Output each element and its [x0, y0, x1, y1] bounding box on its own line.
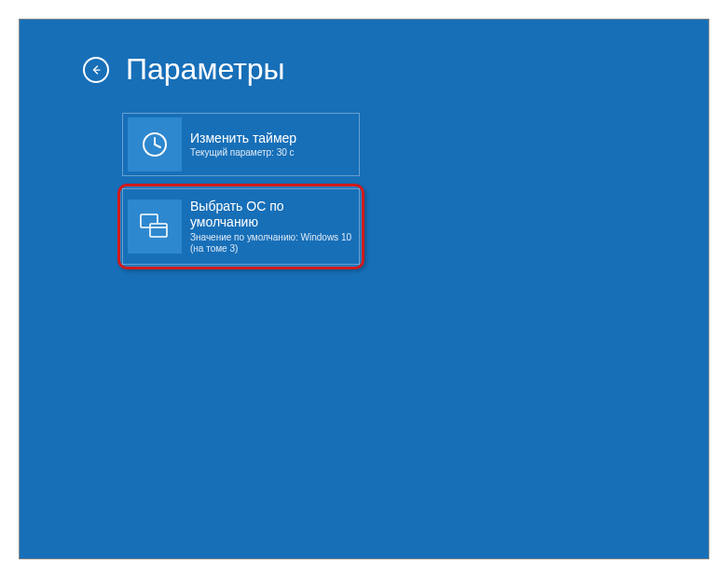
tile-title: Изменить таймер	[190, 131, 296, 146]
svg-line-3	[155, 144, 160, 147]
choose-default-os-tile[interactable]: Выбрать ОС по умолчанию Значение по умол…	[122, 188, 360, 265]
clock-icon	[128, 117, 182, 172]
boot-options-screen: Параметры Изменить таймер Текущий параме…	[19, 19, 709, 559]
back-arrow-icon	[90, 64, 102, 76]
back-button[interactable]	[83, 57, 109, 83]
tile-title: Выбрать ОС по умолчанию	[190, 199, 351, 230]
change-timer-tile[interactable]: Изменить таймер Текущий параметр: 30 с	[122, 113, 360, 176]
header: Параметры	[20, 20, 708, 87]
windows-icon	[128, 200, 182, 254]
tile-text: Выбрать ОС по умолчанию Значение по умол…	[186, 199, 359, 255]
tile-text: Изменить таймер Текущий параметр: 30 с	[186, 131, 304, 159]
tile-subtitle: Значение по умолчанию: Windows 10 (на то…	[190, 232, 351, 255]
svg-rect-5	[150, 224, 167, 237]
highlight-annotation: Выбрать ОС по умолчанию Значение по умол…	[117, 184, 364, 269]
options-list: Изменить таймер Текущий параметр: 30 с В…	[122, 113, 360, 269]
page-title: Параметры	[126, 52, 285, 87]
tile-subtitle: Текущий параметр: 30 с	[190, 147, 296, 158]
